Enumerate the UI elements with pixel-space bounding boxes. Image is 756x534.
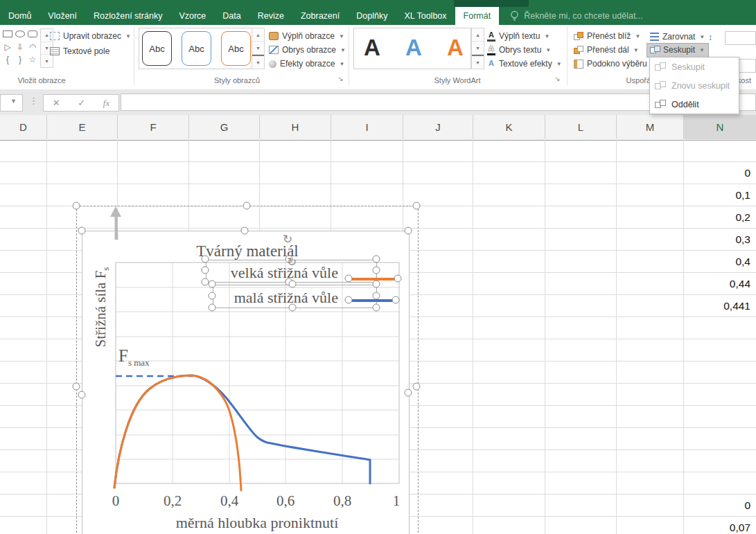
column-header-f[interactable]: F	[118, 115, 189, 139]
textbox-handle[interactable]	[289, 304, 297, 312]
column-header-d[interactable]: D	[0, 115, 47, 139]
wordart-style-black[interactable]: A	[358, 30, 386, 65]
cell-n-value[interactable]: 0,44	[684, 273, 750, 295]
wordart-style-orange[interactable]: A	[441, 30, 469, 65]
textbox-handle[interactable]	[373, 304, 380, 312]
cell-n-value[interactable]: 0,2	[684, 206, 750, 229]
textbox-handle[interactable]	[373, 256, 380, 263]
column-header-g[interactable]: G	[189, 115, 260, 139]
textbox-handle[interactable]	[373, 292, 380, 300]
text-fill-button[interactable]: AVýplň textu▼	[487, 30, 550, 42]
menu-item-ungroup[interactable]: Oddělit	[650, 95, 739, 114]
tab-vlozeni[interactable]: Vložení	[39, 7, 85, 25]
cell-n-value[interactable]: 0,1	[684, 184, 750, 206]
edit-shape-button[interactable]: Upravit obrazec▼	[50, 30, 131, 42]
tab-vzorce[interactable]: Vzorce	[170, 7, 214, 25]
shape-right-brace-icon[interactable]: }	[14, 54, 26, 65]
shape-down-arrow-icon[interactable]: ⇩	[14, 42, 26, 53]
tab-revize[interactable]: Revize	[249, 7, 292, 25]
line-end-handle[interactable]	[392, 296, 400, 304]
text-outline-button[interactable]: AObrys textu▼	[487, 44, 551, 55]
tab-domu[interactable]: Domů	[0, 7, 39, 25]
cell-n-value[interactable]: 0,07	[684, 517, 750, 534]
send-backward-button[interactable]: Přenést dál▼	[574, 44, 639, 55]
column-header-j[interactable]: J	[403, 115, 473, 139]
shape-outline-button[interactable]: Obrys obrazce▼	[269, 44, 346, 55]
textbox-handle[interactable]	[202, 267, 209, 274]
textbox-handle[interactable]	[373, 267, 380, 274]
tab-xl-toolbox[interactable]: XL Toolbox	[396, 7, 455, 25]
dialog-launcher-icon[interactable]: ↘	[554, 75, 560, 82]
tab-rozlozeni-stranky[interactable]: Rozložení stránky	[85, 7, 170, 25]
scroll-up-icon[interactable]: ▲	[472, 28, 484, 42]
column-header-e[interactable]: E	[47, 115, 118, 139]
shape-arc-icon[interactable]: ◠	[26, 42, 39, 53]
selection-handle[interactable]	[413, 202, 421, 210]
shape-star-icon[interactable]: ☆	[26, 54, 39, 65]
cell-n-value[interactable]: 0	[684, 495, 750, 517]
text-effects-button[interactable]: ATextové efekty▼	[487, 58, 562, 69]
column-header-k[interactable]: K	[473, 115, 545, 139]
shape-left-brace-icon[interactable]: {	[1, 54, 14, 65]
chart-selection-handle[interactable]	[405, 227, 412, 235]
cell-n-value[interactable]: 0,3	[684, 229, 750, 251]
enter-icon[interactable]: ✓	[78, 98, 85, 108]
selection-handle[interactable]	[73, 202, 80, 210]
gallery-more-icon[interactable]: ▼	[252, 55, 264, 69]
shape-effects-button[interactable]: Efekty obrazce▼	[269, 58, 344, 69]
selection-handle[interactable]	[243, 202, 251, 210]
wordart-scrollbar[interactable]: ▲▼▼	[471, 28, 484, 69]
selection-handle[interactable]	[413, 383, 421, 391]
textbox-handle[interactable]	[289, 281, 297, 288]
text-box-button[interactable]: Textové pole	[50, 46, 109, 57]
shape-style-blue[interactable]: Abc	[182, 31, 211, 66]
selection-handle[interactable]	[73, 383, 80, 391]
align-button[interactable]: Zarovnat▼	[650, 31, 705, 42]
tab-format[interactable]: Formát	[455, 7, 500, 25]
chart-selection-handle[interactable]	[241, 227, 249, 235]
column-header-i[interactable]: I	[331, 115, 403, 139]
cell-n-value[interactable]: 0,4	[684, 251, 750, 273]
cell-n-value[interactable]: 0	[684, 162, 750, 184]
shape-style-black[interactable]: Abc	[142, 31, 172, 66]
line-end-handle[interactable]	[345, 296, 353, 304]
shape-ellipse-icon[interactable]	[14, 29, 26, 40]
formula-bar-grip[interactable]: ⋮	[29, 96, 38, 106]
textbox-handle[interactable]	[373, 281, 380, 288]
textbox-handle[interactable]	[202, 256, 209, 263]
column-header-m[interactable]: M	[617, 115, 684, 139]
chart-selection-handle[interactable]	[78, 227, 86, 235]
name-box-caret-icon[interactable]: ▼	[10, 98, 17, 105]
chart-selection-handle[interactable]	[405, 389, 412, 397]
bring-forward-button[interactable]: Přenést blíž▼	[574, 30, 640, 42]
rotate-handle-icon[interactable]: ↻	[283, 232, 292, 247]
gallery-more-icon[interactable]: ▼	[472, 55, 484, 69]
shape-style-orange[interactable]: Abc	[221, 31, 251, 66]
shape-fill-button[interactable]: Výplň obrazce▼	[269, 30, 344, 42]
tab-doplnky[interactable]: Doplňky	[348, 7, 396, 25]
textbox-handle[interactable]	[209, 304, 216, 312]
scroll-up-icon[interactable]: ▲	[252, 28, 264, 42]
tell-me-box[interactable]: Řekněte mi, co chcete udělat...	[510, 7, 643, 25]
scroll-down-icon[interactable]: ▼	[472, 42, 484, 55]
textbox-handle[interactable]	[209, 292, 216, 300]
scroll-down-icon[interactable]: ▼	[252, 42, 264, 55]
insert-function-icon[interactable]: f​x	[103, 98, 109, 109]
selection-pane-button[interactable]: Podokno výběru	[574, 58, 647, 69]
shape-rectangle-icon[interactable]	[1, 29, 14, 40]
rotate-handle-icon[interactable]: ↻	[287, 255, 297, 269]
shape-triangle-icon[interactable]: ▷	[1, 42, 14, 53]
shape-height-field[interactable]	[725, 31, 756, 45]
tab-data[interactable]: Data	[214, 7, 249, 25]
dialog-launcher-icon[interactable]: ↘	[337, 75, 343, 82]
shape-rounded-rect-icon[interactable]	[26, 29, 39, 40]
tab-zobrazeni[interactable]: Zobrazení	[292, 7, 348, 25]
line-end-handle[interactable]	[394, 275, 402, 283]
group-button[interactable]: Seskupit▼	[650, 44, 705, 55]
cell-n-value[interactable]: 0,441	[684, 295, 750, 317]
column-header-h[interactable]: H	[260, 115, 331, 139]
chart-selection-handle[interactable]	[78, 391, 86, 399]
textbox-handle[interactable]	[209, 281, 216, 288]
wordart-style-blue[interactable]: A	[400, 30, 428, 65]
shape-style-scrollbar[interactable]: ▲▼▼	[252, 28, 265, 69]
